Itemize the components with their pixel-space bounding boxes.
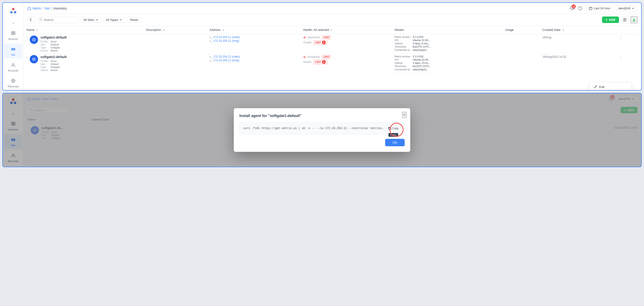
health-row-2: Health: CRIT 1 xyxy=(303,60,389,64)
row-expand-btn-1[interactable]: › xyxy=(26,36,28,39)
toolbar: All Sites All Types Reset + Add xyxy=(24,14,641,26)
site-dropdown[interactable]: All Sites xyxy=(81,17,101,23)
install-agent-modal: ✕ Install agent for "softgate1-default" … xyxy=(234,108,410,152)
type-dropdown[interactable]: All Types xyxy=(103,17,125,23)
svg-line-51 xyxy=(33,60,34,60)
breadcrumb-netris[interactable]: Netris xyxy=(32,6,41,10)
table-row: › softgate1-default Profile: xyxy=(24,34,641,54)
row-expand-btn-2[interactable]: › xyxy=(26,55,28,58)
download-btn[interactable] xyxy=(630,16,638,23)
sidebar-collapse-btn[interactable] xyxy=(10,20,16,26)
search-box xyxy=(37,17,78,23)
col-health[interactable]: Health: All selected xyxy=(300,26,392,34)
svg-point-21 xyxy=(12,80,14,82)
svg-line-38 xyxy=(596,86,596,86)
table-row: › softgate2-default Profile: xyxy=(24,54,641,73)
more-btn-1[interactable]: ⋮ xyxy=(618,36,623,41)
copy-btn[interactable]: Copy xyxy=(386,126,401,131)
device-meta-2: Profile: None Site: Default Type: Softga… xyxy=(40,60,67,72)
copy-tooltip: Copy xyxy=(388,133,398,137)
name-sort-icon: ⇅ xyxy=(36,29,38,31)
app-logo[interactable] xyxy=(8,5,19,17)
col-name[interactable]: Name ⇅ xyxy=(24,26,143,34)
sidebar-item-accounts[interactable]: Accounts xyxy=(4,60,22,74)
svg-line-48 xyxy=(33,58,34,58)
svg-rect-22 xyxy=(589,7,592,10)
svg-point-0 xyxy=(8,6,18,16)
address-main-1[interactable]: >_ 172.24.254.11 (main) xyxy=(210,36,298,39)
heartbeat-icon-1: ⊕ xyxy=(303,36,306,39)
svg-point-16 xyxy=(12,79,15,82)
svg-line-37 xyxy=(33,40,34,41)
more-btn-2[interactable]: ⋮ xyxy=(618,55,623,60)
col-description[interactable]: Description ⇅ xyxy=(143,26,206,34)
heartbeat-row-1: ⊕ Heartbeat: CRIT xyxy=(303,36,389,39)
site-dropdown-label: All Sites xyxy=(83,18,94,22)
svg-line-50 xyxy=(34,58,35,58)
search-input[interactable] xyxy=(44,18,72,22)
svg-point-25 xyxy=(40,18,42,20)
col-address[interactable]: Address ⇅ xyxy=(206,26,300,34)
date-sort-icon: ⇅ xyxy=(562,29,564,31)
install-command: curl -fsSL https://get.netris.ai | sh -s… xyxy=(243,127,384,130)
svg-line-35 xyxy=(34,40,35,41)
col-details: Details xyxy=(392,26,502,34)
address-mng-1[interactable]: >_ 172.24.255.11 (mng) xyxy=(210,39,298,42)
column-view-btn[interactable] xyxy=(621,16,628,23)
inventory-table: Name ⇅ Description ⇅ Address ⇅ xyxy=(24,26,641,90)
type-dropdown-label: All Types xyxy=(106,18,118,22)
health-crit-1: CRIT 1 xyxy=(314,40,327,45)
accounts-label: Accounts xyxy=(8,69,18,72)
created-date-1: 18/Aug xyxy=(542,36,551,39)
search-icon xyxy=(39,18,42,22)
device-icon-2 xyxy=(30,55,38,64)
svg-line-49 xyxy=(34,60,35,60)
top-header: Netris / Net / Inventory 11 Last 24 hour xyxy=(24,3,641,14)
user-selector[interactable]: alex@All xyxy=(616,5,638,11)
menu-edit[interactable]: Edit xyxy=(590,83,631,90)
reset-btn[interactable]: Reset xyxy=(127,17,141,23)
refresh-btn[interactable] xyxy=(577,5,584,12)
time-range-btn[interactable]: Last 24 hour xyxy=(586,5,613,11)
time-range-label: Last 24 hour xyxy=(594,6,610,10)
svg-rect-75 xyxy=(389,128,391,130)
add-btn[interactable]: + Add xyxy=(602,16,619,23)
breadcrumb: Netris / Net / Inventory xyxy=(28,6,67,10)
svg-rect-27 xyxy=(623,18,624,21)
svg-rect-11 xyxy=(12,48,15,49)
address-main-2[interactable]: >_ 172.24.254.12 (main) xyxy=(210,55,298,58)
telescope-label: Telescope xyxy=(8,85,19,88)
svg-line-26 xyxy=(42,20,42,21)
sidebar-item-services[interactable]: Services xyxy=(4,28,22,43)
svg-rect-28 xyxy=(625,18,626,21)
svg-rect-7 xyxy=(12,32,13,33)
device-meta-1: Profile: None Site: Default Type: Softga… xyxy=(40,40,67,52)
created-date-2: 18/Aug/2022 14:20 xyxy=(542,55,566,58)
sidebar-item-net[interactable]: Net xyxy=(4,44,22,58)
details-2: Netris version: 3.1.0.010 OS: Ubuntu 22.… xyxy=(394,55,499,71)
device-name-1: softgate1-default xyxy=(40,36,67,39)
modal-close-btn[interactable]: ✕ xyxy=(402,112,406,118)
user-label: alex@All xyxy=(618,6,630,10)
ok-btn[interactable]: OK xyxy=(385,139,405,146)
sort-toggle-btn[interactable] xyxy=(28,16,34,23)
notifications-bell[interactable]: 11 xyxy=(570,5,575,11)
sidebar: Services Net Accounts Telescope xyxy=(3,3,24,90)
col-created-date[interactable]: Created Date ⇅ xyxy=(540,26,616,34)
svg-point-15 xyxy=(12,64,14,65)
sidebar-item-telescope[interactable]: Telescope xyxy=(4,75,22,90)
address-mng-2[interactable]: >_ 172.24.255.12 (mng) xyxy=(210,59,298,62)
details-1: Netris version: 3.1.0.010 OS: Ubuntu 22.… xyxy=(394,36,499,51)
context-menu: Edit Network Interfaces xyxy=(590,82,632,90)
notification-count: 11 xyxy=(572,4,576,8)
modal-code-area: curl -fsSL https://get.netris.ai | sh -s… xyxy=(239,122,405,134)
services-label: Services xyxy=(8,38,18,40)
telescope-icon xyxy=(10,78,16,84)
modal-overlay: ✕ Install agent for "softgate1-default" … xyxy=(3,93,641,167)
accounts-icon xyxy=(10,62,16,68)
addr-sort-icon: ⇅ xyxy=(222,29,224,31)
heartbeat-crit-2: CRIT xyxy=(322,55,331,59)
svg-line-34 xyxy=(33,38,34,39)
breadcrumb-net[interactable]: Net xyxy=(44,6,50,10)
services-icon xyxy=(10,30,16,37)
